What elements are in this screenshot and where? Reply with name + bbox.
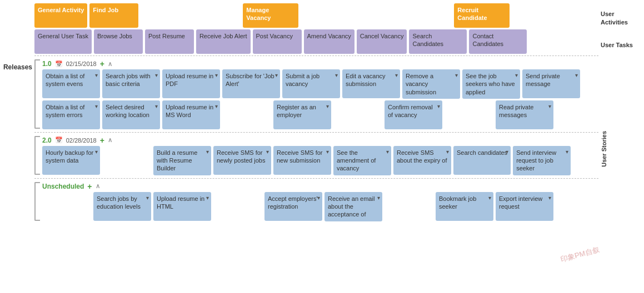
task-post-vacancy: Post Vacancy — [253, 29, 302, 54]
story-read-private[interactable]: Read private messages — [496, 100, 553, 129]
story-submit-vacancy[interactable]: Submit a job vacancy — [282, 69, 340, 98]
task-amend-vacancy: Amend Vacancy — [304, 29, 355, 54]
story-accept-employers[interactable]: Accept employers' registration — [264, 192, 322, 221]
story-system-evens[interactable]: Obtain a list of system evens — [42, 69, 100, 98]
task-post-resume: Post Resume — [145, 29, 194, 54]
story-remove-vacancy[interactable]: Remove a vacancy submission — [402, 69, 460, 99]
story-resume-builder[interactable]: Build a resume with Resume Builder — [153, 146, 211, 175]
user-tasks-row: General User Task Browse Jobs Post Resum… — [34, 29, 598, 54]
story-send-private[interactable]: Send private message — [522, 69, 580, 98]
task-search-candidates: Search Candidates — [409, 29, 467, 54]
release-1-row-2: Obtain a list of system errors Select de… — [42, 100, 598, 129]
story-working-location[interactable]: Select desired working location — [102, 100, 160, 129]
release-2-header: 2.0 📅 02/28/2018 + ∧ — [42, 134, 598, 146]
activity-find-job: Find Job — [89, 3, 138, 28]
release-1-header: 1.0 📅 02/15/2018 + ∧ — [42, 57, 598, 69]
story-sms-new-jobs[interactable]: Receive SMS for newly posted jobs — [213, 146, 271, 175]
release-2-add-btn[interactable]: + — [100, 136, 104, 145]
unscheduled-label: Unscheduled — [42, 183, 84, 190]
user-activities-row: General Activity Find Job Manage Vacancy… — [34, 3, 598, 28]
story-edit-vacancy[interactable]: Edit a vacancy submission — [342, 69, 400, 98]
story-upload-html[interactable]: Upload resume in HTML — [153, 192, 211, 221]
release-1-add-btn[interactable]: + — [100, 59, 104, 68]
story-bookmark-seeker[interactable]: Bookmark job seeker — [436, 192, 493, 221]
unscheduled-header: Unscheduled + ∧ — [42, 180, 598, 192]
activity-manage-vacancy: Manage Vacancy — [243, 3, 298, 28]
story-register-employer[interactable]: Register as an employer — [273, 100, 331, 129]
story-email-acceptance[interactable]: Receive an email about the acceptance of — [325, 192, 382, 221]
story-send-interview[interactable]: Send interview request to job seeker — [513, 146, 571, 175]
story-upload-msword[interactable]: Upload resume in MS Word — [162, 100, 220, 129]
story-system-errors[interactable]: Obtain a list of system errors — [42, 100, 100, 129]
release-2-version: 2.0 — [42, 137, 52, 144]
story-search-basic[interactable]: Search jobs with basic criteria — [102, 69, 160, 98]
release-2-date: 02/28/2018 — [66, 137, 97, 144]
right-label-tasks: User Tasks — [601, 32, 643, 59]
unscheduled-row-1: Search jobs by education levels Upload r… — [42, 192, 598, 221]
story-sms-expiry[interactable]: Receive SMS about the expiry of — [393, 146, 451, 175]
activity-recruit-candidate: Recruit Candidate — [454, 3, 510, 28]
task-receive-job-alert: Receive Job Alert — [196, 29, 251, 54]
right-label-stories: User Stories — [601, 59, 643, 223]
release-1-version: 1.0 — [42, 60, 52, 68]
release-1-row-1: Obtain a list of system evens Search job… — [42, 69, 598, 99]
task-contact-candidates: Contact Candidates — [469, 29, 527, 54]
story-search-education[interactable]: Search jobs by education levels — [93, 192, 151, 221]
story-subscribe-alert[interactable]: Subscribe for 'Job Alert' — [222, 69, 280, 98]
story-see-amendment[interactable]: See the amendment of vacancy — [333, 146, 391, 175]
task-browse-jobs: Browse Jobs — [94, 29, 143, 54]
release-2-row-1: Hourly backup for system data Build a re… — [42, 146, 598, 175]
story-sms-new-submission[interactable]: Receive SMS for new submission — [273, 146, 331, 175]
task-cancel-vacancy: Cancel Vacancy — [357, 29, 407, 54]
watermark: 印象PM自叙 — [559, 245, 600, 265]
task-general-user: General User Task — [34, 29, 92, 54]
story-see-job-seekers[interactable]: See the job seekers who have applied — [462, 69, 520, 99]
story-upload-pdf[interactable]: Upload resume in PDF — [162, 69, 220, 98]
story-search-candidates[interactable]: Search candidates — [453, 146, 511, 175]
activity-general: General Activity — [34, 3, 87, 28]
release-2-collapse-btn[interactable]: ∧ — [108, 137, 112, 144]
story-export-interview[interactable]: Export interview request — [496, 192, 553, 221]
story-hourly-backup[interactable]: Hourly backup for system data — [42, 146, 100, 175]
unscheduled-collapse-btn[interactable]: ∧ — [96, 183, 100, 190]
release-1-collapse-btn[interactable]: ∧ — [108, 60, 112, 68]
story-confirm-removal[interactable]: Confirm removal of vacancy — [385, 100, 442, 129]
right-label-activities: UserActivities — [601, 4, 643, 32]
release-1-date: 02/15/2018 — [66, 60, 97, 67]
releases-label: Releases — [3, 63, 32, 71]
unscheduled-add-btn[interactable]: + — [87, 182, 92, 191]
